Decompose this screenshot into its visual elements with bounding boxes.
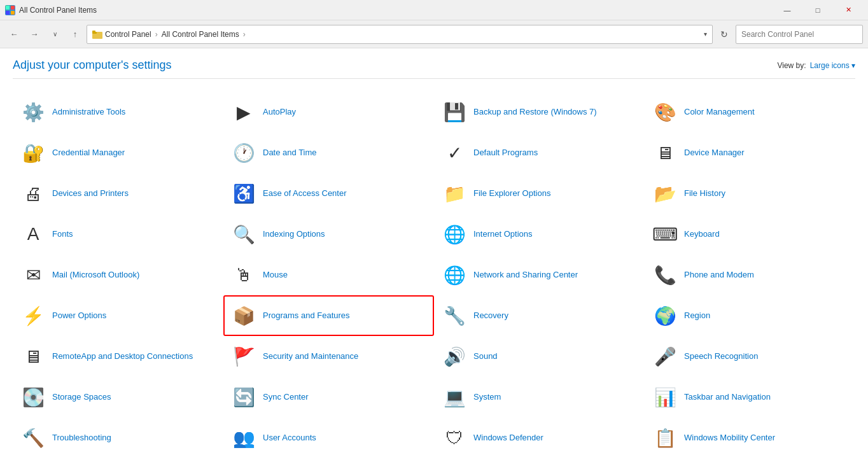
- control-item-file-explorer-options[interactable]: 📁File Explorer Options: [434, 173, 645, 214]
- address-dropdown-arrow[interactable]: ▾: [704, 31, 707, 38]
- svg-rect-0: [6, 6, 10, 10]
- sound-label[interactable]: Sound: [473, 351, 498, 362]
- search-input[interactable]: [736, 25, 863, 44]
- mail-icon: ✉: [20, 262, 46, 288]
- network-sharing-label[interactable]: Network and Sharing Center: [473, 270, 578, 281]
- administrative-tools-label[interactable]: Administrative Tools: [52, 107, 125, 118]
- control-item-internet-options[interactable]: 🌐Internet Options: [434, 214, 645, 255]
- control-item-default-programs[interactable]: ✓Default Programs: [434, 132, 645, 173]
- ease-of-access-icon: ♿: [231, 181, 256, 206]
- control-item-ease-of-access[interactable]: ♿Ease of Access Center: [223, 173, 434, 214]
- control-item-power-options[interactable]: ⚡Power Options: [13, 295, 223, 336]
- control-item-backup-restore[interactable]: 💾Backup and Restore (Windows 7): [434, 92, 645, 132]
- color-management-label[interactable]: Color Management: [684, 107, 755, 118]
- control-item-credential-manager[interactable]: 🔐Credential Manager: [13, 132, 223, 173]
- ease-of-access-label[interactable]: Ease of Access Center: [263, 188, 347, 199]
- windows-defender-label[interactable]: Windows Defender: [473, 433, 543, 444]
- control-item-user-accounts[interactable]: 👥User Accounts: [223, 417, 434, 458]
- troubleshooting-label[interactable]: Troubleshooting: [52, 433, 111, 444]
- minimize-button[interactable]: —: [773, 1, 802, 20]
- system-label[interactable]: System: [473, 392, 501, 403]
- control-item-device-manager[interactable]: 🖥Device Manager: [645, 132, 855, 173]
- mail-label[interactable]: Mail (Microsoft Outlook): [52, 270, 139, 281]
- mouse-label[interactable]: Mouse: [263, 270, 288, 281]
- address-box[interactable]: Control Panel › All Control Panel Items …: [87, 25, 713, 44]
- up-button[interactable]: ↑: [66, 25, 84, 43]
- date-time-label[interactable]: Date and Time: [263, 148, 317, 158]
- control-item-recovery[interactable]: 🔧Recovery: [434, 295, 645, 336]
- control-item-storage-spaces[interactable]: 💽Storage Spaces: [13, 377, 223, 417]
- control-item-devices-printers[interactable]: 🖨Devices and Printers: [13, 173, 223, 214]
- back-button[interactable]: ←: [5, 25, 23, 43]
- security-maintenance-label[interactable]: Security and Maintenance: [263, 351, 358, 362]
- keyboard-label[interactable]: Keyboard: [684, 229, 720, 240]
- control-item-keyboard[interactable]: ⌨Keyboard: [645, 214, 855, 255]
- sync-center-label[interactable]: Sync Center: [263, 392, 309, 403]
- programs-features-label[interactable]: Programs and Features: [263, 311, 350, 321]
- user-accounts-label[interactable]: User Accounts: [263, 433, 316, 444]
- device-manager-label[interactable]: Device Manager: [684, 148, 745, 158]
- power-options-label[interactable]: Power Options: [52, 311, 106, 321]
- date-time-icon: 🕐: [231, 140, 256, 165]
- control-item-file-history[interactable]: 📂File History: [645, 173, 855, 214]
- control-item-windows-mobility[interactable]: 📋Windows Mobility Center: [645, 417, 855, 458]
- control-item-security-maintenance[interactable]: 🚩Security and Maintenance: [223, 336, 434, 377]
- control-item-network-sharing[interactable]: 🌐Network and Sharing Center: [434, 255, 645, 295]
- control-item-administrative-tools[interactable]: ⚙️Administrative Tools: [13, 92, 223, 132]
- keyboard-icon: ⌨: [652, 221, 678, 247]
- storage-spaces-label[interactable]: Storage Spaces: [52, 392, 111, 403]
- address-path: Control Panel: [105, 30, 151, 39]
- forward-button[interactable]: →: [25, 25, 43, 43]
- control-item-programs-features[interactable]: 📦Programs and Features: [223, 295, 434, 336]
- region-label[interactable]: Region: [684, 311, 710, 321]
- indexing-options-label[interactable]: Indexing Options: [263, 229, 325, 240]
- refresh-button[interactable]: ↻: [715, 25, 733, 43]
- internet-options-icon: 🌐: [442, 221, 467, 247]
- items-grid: ⚙️Administrative Tools▶AutoPlay💾Backup a…: [13, 92, 855, 458]
- autoplay-icon: ▶: [231, 99, 256, 125]
- default-programs-label[interactable]: Default Programs: [473, 148, 538, 158]
- control-item-fonts[interactable]: AFonts: [13, 214, 223, 255]
- control-item-region[interactable]: 🌍Region: [645, 295, 855, 336]
- file-history-icon: 📂: [652, 181, 678, 206]
- autoplay-label[interactable]: AutoPlay: [263, 107, 296, 118]
- dropdown-button[interactable]: ∨: [46, 25, 64, 43]
- phone-modem-label[interactable]: Phone and Modem: [684, 270, 754, 281]
- address-bar: ← → ∨ ↑ Control Panel › All Control Pane…: [0, 20, 868, 48]
- recovery-label[interactable]: Recovery: [473, 311, 508, 321]
- fonts-label[interactable]: Fonts: [52, 229, 73, 240]
- internet-options-label[interactable]: Internet Options: [473, 229, 533, 240]
- control-item-mouse[interactable]: 🖱Mouse: [223, 255, 434, 295]
- troubleshooting-icon: 🔨: [20, 425, 46, 451]
- taskbar-navigation-label[interactable]: Taskbar and Navigation: [684, 392, 771, 403]
- file-explorer-options-label[interactable]: File Explorer Options: [473, 188, 550, 199]
- view-by-value[interactable]: Large icons ▾: [810, 61, 855, 70]
- credential-manager-label[interactable]: Credential Manager: [52, 148, 125, 158]
- windows-mobility-label[interactable]: Windows Mobility Center: [684, 433, 775, 444]
- title-bar-controls: — □ ✕: [773, 1, 863, 20]
- control-item-remoteapp[interactable]: 🖥RemoteApp and Desktop Connections: [13, 336, 223, 377]
- control-item-speech-recognition[interactable]: 🎤Speech Recognition: [645, 336, 855, 377]
- network-sharing-icon: 🌐: [442, 262, 467, 288]
- control-item-mail[interactable]: ✉Mail (Microsoft Outlook): [13, 255, 223, 295]
- control-item-sound[interactable]: 🔊Sound: [434, 336, 645, 377]
- control-item-sync-center[interactable]: 🔄Sync Center: [223, 377, 434, 417]
- control-item-color-management[interactable]: 🎨Color Management: [645, 92, 855, 132]
- control-item-autoplay[interactable]: ▶AutoPlay: [223, 92, 434, 132]
- folder-icon: [92, 29, 102, 39]
- backup-restore-label[interactable]: Backup and Restore (Windows 7): [473, 107, 597, 118]
- maximize-button[interactable]: □: [803, 1, 832, 20]
- control-item-date-time[interactable]: 🕐Date and Time: [223, 132, 434, 173]
- svg-rect-6: [92, 31, 95, 33]
- control-item-troubleshooting[interactable]: 🔨Troubleshooting: [13, 417, 223, 458]
- file-history-label[interactable]: File History: [684, 188, 725, 199]
- devices-printers-label[interactable]: Devices and Printers: [52, 188, 129, 199]
- close-button[interactable]: ✕: [834, 1, 863, 20]
- speech-recognition-label[interactable]: Speech Recognition: [684, 351, 758, 362]
- control-item-system[interactable]: 💻System: [434, 377, 645, 417]
- control-item-windows-defender[interactable]: 🛡Windows Defender: [434, 417, 645, 458]
- control-item-phone-modem[interactable]: 📞Phone and Modem: [645, 255, 855, 295]
- remoteapp-label[interactable]: RemoteApp and Desktop Connections: [52, 351, 193, 362]
- control-item-indexing-options[interactable]: 🔍Indexing Options: [223, 214, 434, 255]
- control-item-taskbar-navigation[interactable]: 📊Taskbar and Navigation: [645, 377, 855, 417]
